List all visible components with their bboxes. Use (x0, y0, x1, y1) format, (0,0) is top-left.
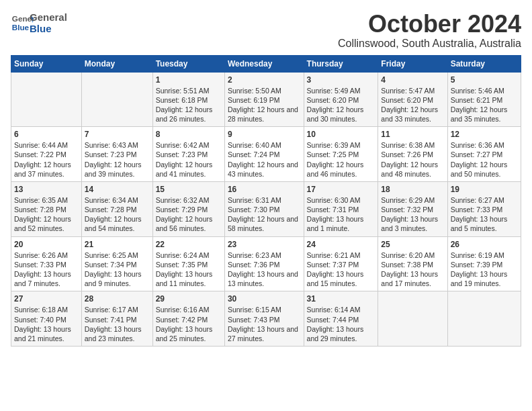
day-info: Sunrise: 6:27 AMSunset: 7:33 PMDaylight:… (451, 195, 518, 234)
day-number: 9 (228, 130, 301, 139)
day-info: Sunrise: 6:38 AMSunset: 7:26 PMDaylight:… (381, 140, 444, 179)
day-cell: 25Sunrise: 6:20 AMSunset: 7:38 PMDayligh… (378, 236, 447, 291)
day-cell: 28Sunrise: 6:17 AMSunset: 7:41 PMDayligh… (81, 291, 152, 347)
day-number: 28 (85, 294, 150, 304)
logo-line2: Blue (30, 23, 67, 34)
day-number: 13 (14, 185, 79, 194)
day-number: 29 (156, 294, 222, 304)
page-title: October 2024 (338, 11, 521, 38)
day-number: 5 (451, 75, 518, 85)
day-info: Sunrise: 6:29 AMSunset: 7:32 PMDaylight:… (381, 195, 444, 234)
day-number: 24 (307, 240, 375, 249)
day-cell: 24Sunrise: 6:21 AMSunset: 7:37 PMDayligh… (304, 236, 378, 291)
page-subtitle: Collinswood, South Australia, Australia (338, 38, 521, 50)
week-row-1: 1Sunrise: 5:51 AMSunset: 6:18 PMDaylight… (11, 72, 521, 127)
week-row-3: 13Sunrise: 6:35 AMSunset: 7:28 PMDayligh… (11, 181, 521, 236)
day-cell: 10Sunrise: 6:39 AMSunset: 7:25 PMDayligh… (304, 127, 378, 182)
logo-line1: General (30, 11, 67, 23)
day-cell: 9Sunrise: 6:40 AMSunset: 7:24 PMDaylight… (224, 127, 304, 182)
week-row-5: 27Sunrise: 6:18 AMSunset: 7:40 PMDayligh… (11, 291, 521, 347)
day-cell: 27Sunrise: 6:18 AMSunset: 7:40 PMDayligh… (11, 291, 82, 347)
header-wednesday: Wednesday (224, 55, 304, 72)
day-cell: 18Sunrise: 6:29 AMSunset: 7:32 PMDayligh… (378, 181, 447, 236)
week-row-2: 6Sunrise: 6:44 AMSunset: 7:22 PMDaylight… (11, 127, 521, 182)
day-number: 3 (307, 75, 375, 85)
day-number: 25 (381, 240, 444, 249)
day-info: Sunrise: 5:47 AMSunset: 6:20 PMDaylight:… (381, 86, 444, 124)
day-number: 11 (381, 130, 444, 139)
header-friday: Friday (378, 55, 447, 72)
day-cell: 19Sunrise: 6:27 AMSunset: 7:33 PMDayligh… (447, 181, 521, 236)
day-info: Sunrise: 6:26 AMSunset: 7:33 PMDaylight:… (14, 250, 79, 289)
day-number: 4 (381, 75, 444, 85)
day-info: Sunrise: 6:40 AMSunset: 7:24 PMDaylight:… (228, 140, 301, 179)
day-number: 12 (451, 130, 518, 139)
header-saturday: Saturday (447, 55, 521, 72)
day-number: 14 (85, 185, 150, 194)
day-info: Sunrise: 6:35 AMSunset: 7:28 PMDaylight:… (14, 195, 79, 234)
day-cell: 16Sunrise: 6:31 AMSunset: 7:30 PMDayligh… (224, 181, 304, 236)
day-number: 26 (451, 240, 518, 249)
day-cell: 12Sunrise: 6:36 AMSunset: 7:27 PMDayligh… (447, 127, 521, 182)
day-info: Sunrise: 6:14 AMSunset: 7:44 PMDaylight:… (307, 305, 375, 343)
day-info: Sunrise: 6:24 AMSunset: 7:35 PMDaylight:… (156, 250, 222, 289)
day-cell: 20Sunrise: 6:26 AMSunset: 7:33 PMDayligh… (11, 236, 82, 291)
day-info: Sunrise: 6:34 AMSunset: 7:28 PMDaylight:… (85, 195, 150, 234)
day-info: Sunrise: 5:49 AMSunset: 6:20 PMDaylight:… (307, 86, 375, 124)
day-cell: 26Sunrise: 6:19 AMSunset: 7:39 PMDayligh… (447, 236, 521, 291)
day-info: Sunrise: 5:50 AMSunset: 6:19 PMDaylight:… (228, 86, 301, 124)
day-number: 18 (381, 185, 444, 194)
day-info: Sunrise: 6:32 AMSunset: 7:29 PMDaylight:… (156, 195, 222, 234)
day-cell: 2Sunrise: 5:50 AMSunset: 6:19 PMDaylight… (224, 72, 304, 127)
day-info: Sunrise: 6:15 AMSunset: 7:43 PMDaylight:… (228, 305, 301, 343)
day-info: Sunrise: 5:46 AMSunset: 6:21 PMDaylight:… (451, 86, 518, 124)
day-info: Sunrise: 5:51 AMSunset: 6:18 PMDaylight:… (156, 86, 222, 124)
day-cell (447, 291, 521, 347)
day-number: 7 (85, 130, 150, 139)
day-number: 1 (156, 75, 222, 85)
day-cell: 29Sunrise: 6:16 AMSunset: 7:42 PMDayligh… (152, 291, 224, 347)
day-cell: 15Sunrise: 6:32 AMSunset: 7:29 PMDayligh… (152, 181, 224, 236)
day-cell: 8Sunrise: 6:42 AMSunset: 7:23 PMDaylight… (152, 127, 224, 182)
page-header: General Blue General Blue October 2024 C… (11, 11, 521, 50)
day-info: Sunrise: 6:30 AMSunset: 7:31 PMDaylight:… (307, 195, 375, 234)
day-info: Sunrise: 6:23 AMSunset: 7:36 PMDaylight:… (228, 250, 301, 289)
day-info: Sunrise: 6:36 AMSunset: 7:27 PMDaylight:… (451, 140, 518, 179)
svg-text:Blue: Blue (12, 23, 30, 32)
day-number: 27 (14, 294, 79, 304)
day-info: Sunrise: 6:16 AMSunset: 7:42 PMDaylight:… (156, 305, 222, 343)
day-number: 31 (307, 294, 375, 304)
day-cell: 4Sunrise: 5:47 AMSunset: 6:20 PMDaylight… (378, 72, 447, 127)
week-row-4: 20Sunrise: 6:26 AMSunset: 7:33 PMDayligh… (11, 236, 521, 291)
day-cell: 22Sunrise: 6:24 AMSunset: 7:35 PMDayligh… (152, 236, 224, 291)
title-block: October 2024 Collinswood, South Australi… (338, 11, 521, 50)
day-cell: 13Sunrise: 6:35 AMSunset: 7:28 PMDayligh… (11, 181, 82, 236)
day-number: 8 (156, 130, 222, 139)
calendar-table: SundayMondayTuesdayWednesdayThursdayFrid… (11, 55, 521, 347)
day-cell: 30Sunrise: 6:15 AMSunset: 7:43 PMDayligh… (224, 291, 304, 347)
day-number: 2 (228, 75, 301, 85)
day-cell: 1Sunrise: 5:51 AMSunset: 6:18 PMDaylight… (152, 72, 224, 127)
logo: General Blue General Blue (11, 11, 67, 35)
day-cell: 5Sunrise: 5:46 AMSunset: 6:21 PMDaylight… (447, 72, 521, 127)
day-info: Sunrise: 6:21 AMSunset: 7:37 PMDaylight:… (307, 250, 375, 289)
day-cell: 21Sunrise: 6:25 AMSunset: 7:34 PMDayligh… (81, 236, 152, 291)
day-number: 22 (156, 240, 222, 249)
day-cell (81, 72, 152, 127)
day-info: Sunrise: 6:19 AMSunset: 7:39 PMDaylight:… (451, 250, 518, 289)
day-number: 19 (451, 185, 518, 194)
day-number: 23 (228, 240, 301, 249)
header-sunday: Sunday (11, 55, 82, 72)
day-info: Sunrise: 6:39 AMSunset: 7:25 PMDaylight:… (307, 140, 375, 179)
day-cell: 23Sunrise: 6:23 AMSunset: 7:36 PMDayligh… (224, 236, 304, 291)
header-monday: Monday (81, 55, 152, 72)
day-number: 10 (307, 130, 375, 139)
day-number: 15 (156, 185, 222, 194)
day-info: Sunrise: 6:44 AMSunset: 7:22 PMDaylight:… (14, 140, 79, 179)
day-cell: 3Sunrise: 5:49 AMSunset: 6:20 PMDaylight… (304, 72, 378, 127)
day-number: 20 (14, 240, 79, 249)
day-number: 17 (307, 185, 375, 194)
day-info: Sunrise: 6:18 AMSunset: 7:40 PMDaylight:… (14, 305, 79, 343)
day-number: 6 (14, 130, 79, 139)
day-info: Sunrise: 6:43 AMSunset: 7:23 PMDaylight:… (85, 140, 150, 179)
